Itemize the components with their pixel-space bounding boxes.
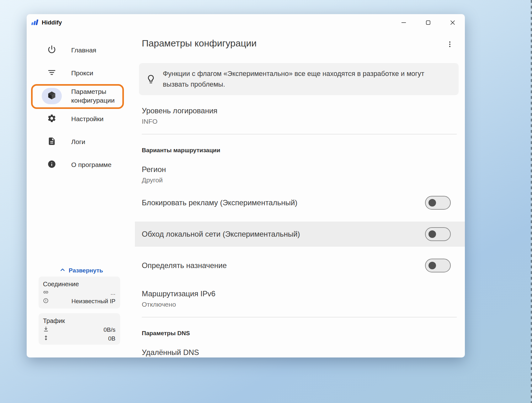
traffic-card: Трафик 0B/s 0B — [39, 313, 120, 345]
titlebar: Hiddify — [27, 14, 465, 31]
expand-label: Развернуть — [69, 267, 103, 274]
setting-value: Отключено — [142, 301, 457, 308]
sidebar: Главная Прокси — [27, 31, 142, 357]
bypass-lan-toggle[interactable] — [425, 227, 451, 241]
setting-log-level[interactable]: Уровень логирования INFO — [142, 106, 457, 125]
toggle-knob — [428, 199, 436, 207]
screen-edge-scrollbar[interactable] — [531, 0, 532, 403]
traffic-card-title: Трафик — [43, 317, 115, 325]
filter-lines-icon — [47, 68, 56, 78]
setting-title: Уровень логирования — [142, 106, 457, 115]
page-title: Параметры конфигурации — [142, 38, 257, 49]
hiddify-logo-icon — [31, 19, 39, 27]
app-title: Hiddify — [42, 19, 62, 26]
divider — [142, 134, 457, 134]
setting-title: Блокировать рекламу (Экспериментальный) — [142, 198, 425, 207]
divider — [142, 317, 457, 317]
more-menu-button[interactable] — [444, 38, 456, 51]
traffic-total: 0B — [108, 335, 115, 342]
sidebar-item-proxies[interactable]: Прокси — [27, 62, 142, 84]
sidebar-item-home[interactable]: Главная — [27, 39, 142, 62]
setting-title: Регион — [142, 165, 457, 174]
close-button[interactable] — [440, 14, 465, 31]
setting-region[interactable]: Регион Другой — [142, 165, 457, 184]
experimental-warning-banner: Функции с флагом «Экспериментально» все … — [139, 63, 459, 95]
setting-title: Обход локальной сети (Экспериментальный) — [142, 230, 425, 239]
connection-card[interactable]: Соединение ... Неизвестный IP — [39, 277, 120, 309]
dns-section-header: Параметры DNS — [142, 330, 457, 337]
setting-ipv6-routing[interactable]: Маршрутизация IPv6 Отключено — [142, 289, 457, 308]
routing-section-header: Варианты маршрутизации — [142, 147, 457, 154]
setting-value: Другой — [142, 176, 457, 184]
sidebar-item-logs[interactable]: Логи — [27, 130, 142, 153]
minimize-button[interactable] — [391, 14, 416, 31]
setting-value: INFO — [142, 118, 457, 125]
sidebar-item-label: О программе — [71, 160, 121, 169]
banner-text: Функции с флагом «Экспериментально» все … — [163, 68, 451, 90]
connection-card-title: Соединение — [43, 281, 115, 288]
block-ads-toggle[interactable] — [425, 196, 451, 210]
resolve-destination-toggle[interactable] — [425, 259, 451, 272]
connection-link-value: ... — [110, 289, 115, 296]
download-arrow-icon — [43, 326, 49, 333]
sidebar-item-settings[interactable]: Настройки — [27, 107, 142, 130]
main-content: Параметры конфигурации Функции с флагом … — [142, 31, 457, 357]
sidebar-item-label: Настройки — [71, 115, 121, 123]
sidebar-item-label: Логи — [71, 137, 121, 146]
setting-block-ads[interactable]: Блокировать рекламу (Экспериментальный) — [142, 190, 457, 215]
gear-icon — [47, 114, 56, 124]
info-icon — [47, 160, 56, 170]
setting-bypass-lan[interactable]: Обход локальной сети (Экспериментальный) — [135, 222, 465, 247]
alert-circle-icon — [43, 298, 49, 305]
window-controls — [391, 14, 465, 31]
sidebar-item-label: Главная — [71, 46, 121, 54]
setting-title: Определять назначение — [142, 261, 425, 270]
link-icon — [43, 289, 49, 296]
connection-ip-value: Неизвестный IP — [72, 298, 115, 305]
power-icon — [47, 45, 56, 56]
sidebar-item-label: Прокси — [71, 69, 121, 77]
sidebar-nav: Главная Прокси — [27, 31, 142, 176]
logs-document-icon — [47, 137, 56, 147]
chevron-up-icon — [59, 266, 66, 275]
toggle-knob — [428, 230, 436, 238]
setting-title: Удалённый DNS — [142, 348, 457, 357]
traffic-download-speed: 0B/s — [104, 326, 115, 333]
sidebar-item-label: Параметры конфигурации — [71, 87, 121, 105]
lightbulb-icon — [139, 74, 163, 84]
toggle-knob — [428, 262, 436, 269]
setting-title: Маршрутизация IPv6 — [142, 289, 457, 298]
maximize-button[interactable] — [416, 14, 440, 31]
app-window: Hiddify Г — [27, 14, 465, 357]
package-cube-icon — [47, 91, 56, 101]
setting-remote-dns[interactable]: Удалённый DNS udp://8.8.8.8 — [142, 348, 457, 357]
setting-resolve-destination[interactable]: Определять назначение — [142, 253, 457, 278]
expand-button[interactable]: Развернуть — [59, 266, 103, 275]
up-down-arrow-icon — [43, 335, 49, 342]
sidebar-item-config-options[interactable]: Параметры конфигурации — [27, 84, 142, 107]
sidebar-item-about[interactable]: О программе — [27, 153, 142, 176]
